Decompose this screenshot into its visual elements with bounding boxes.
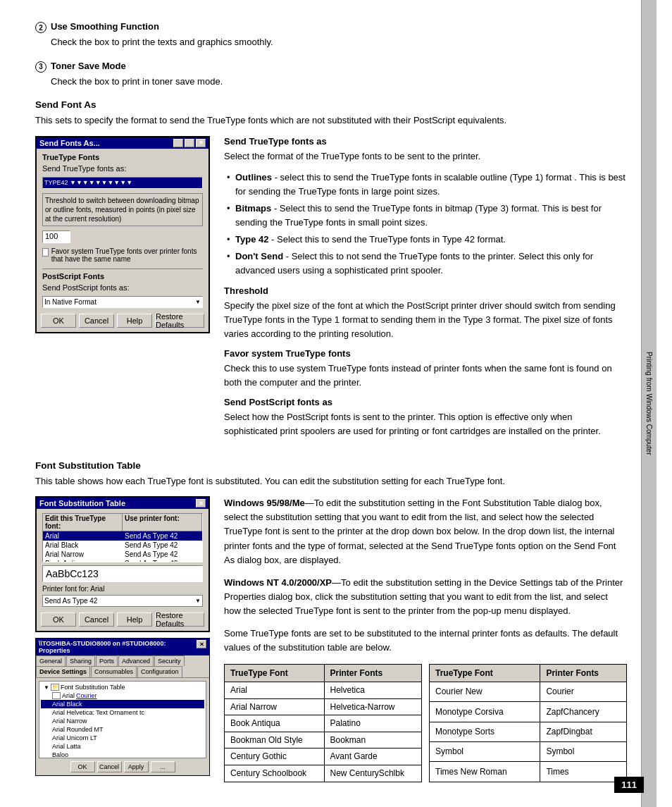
table-row: Book Antiqua Palatino	[225, 715, 422, 732]
right-monotypesorts-truetype: Monotype Sorts	[430, 722, 540, 741]
dialog-buttons: OK Cancel Help Restore Defaults	[42, 314, 203, 328]
ps-dropdown[interactable]: In Native Format ▼	[42, 296, 203, 308]
right-couriernew-truetype: Courier New	[430, 682, 540, 702]
send-font-layout: Send Fonts As... _ □ ✕ TrueType Fonts Se…	[35, 136, 627, 446]
props-ok-btn[interactable]: OK	[70, 761, 95, 772]
dialog-titlebar: Send Fonts As... _ □ ✕	[37, 137, 209, 149]
font-sub-layout: Font Substitution Table ✕ Edit this True…	[35, 496, 627, 782]
tab-general[interactable]: General	[36, 655, 66, 666]
props-cancel-btn[interactable]: Cancel	[97, 761, 122, 772]
ps-group-label: PostScript Fonts	[42, 272, 203, 281]
table-row: Symbol Symbol	[430, 742, 627, 762]
font-sub-right: Windows 95/98/Me—To edit the substitutio…	[224, 496, 627, 782]
tab-security[interactable]: Security	[154, 655, 185, 666]
close-btn[interactable]: ✕	[196, 139, 206, 147]
list-cell-arial: Arial	[43, 531, 123, 541]
tree-item-arialunicorn[interactable]: Arial Unicorn LT	[41, 734, 204, 742]
tree-arialrounded-label: Arial Rounded MT	[52, 726, 104, 733]
section-smoothing-header: 2 Use Smoothing Function	[35, 21, 627, 33]
threshold-spinbox[interactable]: 100	[42, 230, 70, 243]
d1-ok-button[interactable]: OK	[41, 612, 76, 627]
tree-arialblack-label: Arial Black	[52, 701, 82, 708]
table-row: Century Gothic Avant Garde	[225, 749, 422, 765]
page-number: 111	[614, 777, 644, 793]
d1-close-btn[interactable]: ✕	[196, 499, 206, 507]
props-help-btn[interactable]: ...	[151, 761, 175, 772]
send-font-title: Send Font As	[35, 99, 627, 110]
bullet-dontsend: Don't Send - Select this to not send the…	[224, 250, 627, 278]
d1-cancel-button[interactable]: Cancel	[79, 612, 114, 627]
table-row: Arial Helvetica	[225, 682, 422, 699]
tree-item-arialblack[interactable]: Arial Black	[41, 700, 204, 708]
table-row: Century Schoolbook New CenturySchlbk	[225, 765, 422, 782]
right-tab-label: Printing from Windows Computer	[645, 352, 653, 455]
tree-item-fontsub[interactable]: ▼ 📁 Font Substitution Table	[41, 683, 204, 691]
left-bookmanold-printer: Bookman	[324, 732, 421, 749]
item-icon	[52, 692, 61, 699]
right-monotypecorsiva-printer: ZapfChancery	[540, 702, 627, 722]
maximize-btn[interactable]: □	[185, 139, 194, 147]
list-row-arial[interactable]: Arial Send As Type 42	[43, 531, 202, 541]
tree-item-arial[interactable]: Arial Courier	[41, 691, 204, 700]
ok-button[interactable]: OK	[41, 314, 76, 328]
left-centurygothic-printer: Avant Garde	[324, 749, 421, 765]
tab-configuration[interactable]: Configuration	[137, 666, 182, 677]
font-list[interactable]: Edit this TrueType font: Use printer fon…	[42, 513, 203, 562]
tree-item-baloo[interactable]: Baloo	[41, 751, 204, 758]
favor-truetype-checkbox[interactable]	[42, 248, 49, 257]
list-cell-arialnarrow-printer: Send As Type 42	[123, 550, 202, 559]
send-truetype-body: Select the format of the TrueType fonts …	[224, 149, 627, 164]
send-type-dropdown[interactable]: Send As Type 42 ▼	[42, 595, 203, 607]
list-row-arialnarrow[interactable]: Arial Narrow Send As Type 42	[43, 550, 202, 559]
left-centuryschoolbook-truetype: Century Schoolbook	[225, 765, 325, 782]
right-timesnewroman-printer: Times	[540, 762, 627, 782]
list-header: Edit this TrueType font: Use printer fon…	[43, 514, 202, 531]
tree-fontsub-label: Font Substitution Table	[61, 684, 125, 691]
list-row-arialblack[interactable]: Arial Black Send As Type 42	[43, 541, 202, 550]
ps-dropdown-value: In Native Format	[44, 298, 97, 306]
send-type-value: Send As Type 42	[44, 597, 97, 605]
tree-item-arialnarrow[interactable]: Arial Narrow	[41, 717, 204, 725]
list-cell-bookantiqua: Book Antiqua	[43, 559, 123, 562]
tree-ariallatta-label: Arial Latta	[52, 743, 81, 750]
checkbox-label: Favor system TrueType fonts over printer…	[51, 247, 203, 263]
tree-item-ariallatta[interactable]: Arial Latta	[41, 742, 204, 751]
tree-item-arialrounded[interactable]: Arial Rounded MT	[41, 725, 204, 734]
props-body: ▼ 📁 Font Substitution Table Arial Courie…	[36, 678, 209, 775]
favor-body: Check this to use system TrueType fonts …	[224, 362, 627, 390]
font-sub-dialogs: Font Substitution Table ✕ Edit this True…	[35, 496, 210, 776]
right-tab: Printing from Windows Computer	[641, 0, 657, 807]
send-ps-body: Select how the PostScript fonts is sent …	[224, 410, 627, 438]
windows95-para: Windows 95/98/Me—To edit the substitutio…	[224, 496, 627, 567]
props-apply-btn[interactable]: Apply	[124, 761, 149, 772]
printer-props-dialog: \\TOSHIBA-STUDIO8000 on #STUDIO8000: Pro…	[35, 638, 210, 776]
minimize-btn[interactable]: _	[173, 139, 183, 147]
font-tables: TrueType Font Printer Fonts Arial Helvet…	[224, 664, 627, 782]
left-arialnarrow-truetype: Arial Narrow	[225, 698, 325, 715]
tab-sharing[interactable]: Sharing	[66, 655, 95, 666]
help-button[interactable]: Help	[117, 314, 152, 328]
d1-restore-button[interactable]: Restore Defaults	[155, 612, 204, 627]
tab-consumables[interactable]: Consumables	[91, 666, 137, 677]
favor-subtitle: Favor system TrueType fonts	[224, 348, 627, 359]
tree-item-arialtext[interactable]: Arial Helvetica: Text Ornament tc	[41, 708, 204, 717]
list-cell-bookantiqua-printer: Send As Type 42	[123, 559, 202, 562]
props-tree[interactable]: ▼ 📁 Font Substitution Table Arial Courie…	[39, 681, 206, 758]
threshold-subtitle: Threshold	[224, 285, 627, 296]
d1-help-button[interactable]: Help	[117, 612, 152, 627]
left-arial-printer: Helvetica	[324, 682, 421, 699]
tab-device-settings[interactable]: Device Settings	[36, 666, 90, 677]
printer-font-label: Printer font for: Arial	[42, 585, 203, 593]
windowsnt-para: Windows NT 4.0/2000/XP—To edit the subst…	[224, 576, 627, 618]
restore-button[interactable]: Restore Defaults	[155, 314, 204, 328]
tab-advanced[interactable]: Advanced	[118, 655, 154, 666]
list-row-bookantiqua[interactable]: Book Antiqua Send As Type 42	[43, 559, 202, 562]
section-smoothing: 2 Use Smoothing Function Check the box t…	[35, 21, 627, 49]
truetype-dropdown[interactable]: TYPE42 ▼▼▼▼▼▼▼▼▼▼	[42, 177, 203, 189]
expand-icon: ▼	[44, 684, 51, 691]
send-ps-row: Send PostScript fonts as:	[42, 283, 203, 292]
tab-ports[interactable]: Ports	[96, 655, 118, 666]
cancel-button[interactable]: Cancel	[79, 314, 114, 328]
props-close-btn[interactable]: ✕	[197, 640, 206, 648]
right-monotypecorsiva-truetype: Monotype Corsiva	[430, 702, 540, 722]
